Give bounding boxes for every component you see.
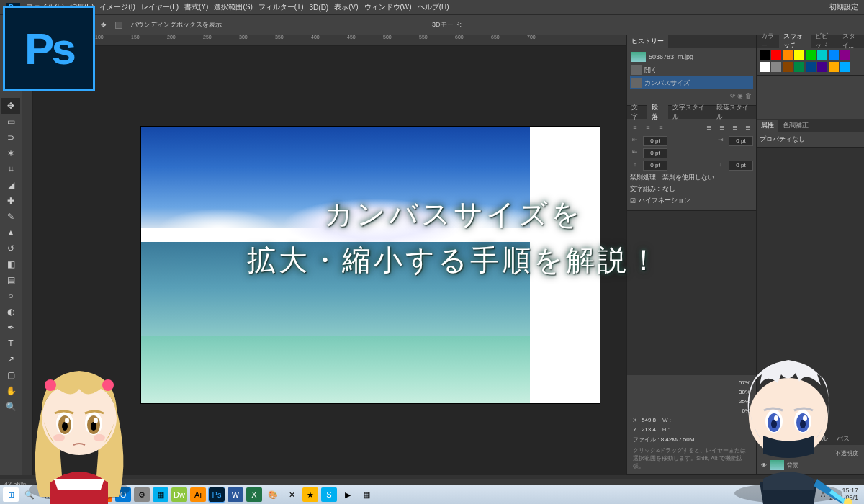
y-value: 213.4 — [642, 426, 656, 433]
excel-icon[interactable]: X — [246, 487, 262, 502]
heal-tool[interactable]: ✚ — [1, 193, 20, 209]
svg-point-11 — [94, 434, 105, 441]
ruler-tick: 400 — [310, 35, 320, 46]
menu-window[interactable]: ウィンドウ(W) — [364, 2, 412, 12]
tab-paragraph[interactable]: 段落 — [647, 102, 667, 123]
word-icon[interactable]: W — [228, 487, 243, 502]
tab-para-style[interactable]: 段落スタイル — [712, 102, 756, 123]
indent-right-input[interactable]: 0 pt — [729, 136, 753, 146]
svg-point-24 — [803, 415, 807, 421]
history-item[interactable]: 5036783_m.jpg — [630, 50, 753, 63]
indent-left-input[interactable]: 0 pt — [643, 136, 667, 146]
gradient-tool[interactable]: ▤ — [1, 272, 20, 288]
swatch[interactable] — [771, 50, 781, 60]
tab-properties[interactable]: 属性 — [757, 120, 778, 132]
photoshop-taskbar-icon[interactable]: Ps — [209, 487, 225, 502]
tab-character[interactable]: 文字 — [627, 102, 647, 123]
swatch[interactable] — [840, 62, 850, 72]
space-before-input[interactable]: 0 pt — [643, 161, 667, 171]
app-icon[interactable]: ▦ — [153, 487, 168, 502]
menu-help[interactable]: ヘルプ(H) — [418, 2, 449, 12]
swatch[interactable] — [783, 50, 793, 60]
history-label: 5036783_m.jpg — [649, 53, 693, 60]
x-value: 549.8 — [642, 417, 656, 423]
blur-tool[interactable]: ○ — [1, 288, 20, 304]
history-label: 開く — [644, 66, 657, 75]
swatch[interactable] — [794, 62, 804, 72]
swatch[interactable] — [783, 62, 793, 72]
document-canvas[interactable] — [141, 127, 600, 403]
gimp-icon[interactable]: 🎨 — [265, 487, 281, 502]
app-icon[interactable]: ▦ — [359, 487, 374, 502]
options-bar: ✥ バウンディングボックスを表示 3Dモード: — [0, 14, 864, 35]
space-after-input[interactable]: 0 pt — [729, 161, 753, 171]
tab-swatch[interactable]: スウォッチ — [779, 30, 811, 52]
menu-filter[interactable]: フィルター(T) — [258, 2, 304, 12]
marquee-tool[interactable]: ▭ — [1, 114, 20, 130]
swatch[interactable] — [840, 50, 850, 60]
workspace-label[interactable]: 初期設定 — [829, 2, 858, 12]
mojikumi-select[interactable]: なし — [662, 184, 675, 194]
menu-select[interactable]: 選択範囲(S) — [214, 2, 252, 12]
stamp-tool[interactable]: ▲ — [1, 225, 20, 240]
app-icon[interactable]: ✕ — [284, 487, 300, 502]
menu-3d[interactable]: 3D(D) — [310, 4, 329, 12]
swatch[interactable] — [806, 62, 816, 72]
skype-icon[interactable]: S — [321, 487, 337, 502]
swatch[interactable] — [817, 50, 827, 60]
auto-select-checkbox[interactable] — [115, 22, 122, 29]
app-icon[interactable]: ▶ — [340, 487, 356, 502]
move-tool[interactable]: ✥ — [1, 98, 20, 114]
svg-point-15 — [844, 498, 852, 504]
hyphen-checkbox[interactable]: ☑ — [630, 197, 636, 204]
wand-tool[interactable]: ✶ — [1, 145, 20, 161]
ruler-tick: 350 — [274, 35, 284, 46]
kinsoku-select[interactable]: 禁則を使用しない — [662, 173, 714, 182]
ruler-tick: 450 — [346, 35, 356, 46]
tab-style[interactable]: スタイ... — [838, 30, 864, 52]
swatch[interactable] — [760, 62, 770, 72]
menu-image[interactable]: イメージ(I) — [99, 2, 135, 12]
swatch[interactable] — [794, 50, 804, 60]
ruler-tick: 150 — [130, 35, 140, 46]
menu-layer[interactable]: レイヤー(L) — [141, 2, 179, 12]
ruler-tick: 100 — [94, 35, 104, 46]
lasso-tool[interactable]: ⊃ — [1, 130, 20, 145]
align-buttons[interactable]: ≡≡≡ ≣≣≣≣ — [630, 124, 753, 134]
tab-adjustments[interactable]: 色調補正 — [778, 120, 813, 132]
tab-color[interactable]: カラー — [757, 30, 779, 52]
menu-bar: Ps ファイル(F) 編集(E) イメージ(I) レイヤー(L) 書式(Y) 選… — [0, 0, 864, 14]
brush-tool[interactable]: ✎ — [1, 209, 20, 225]
swatch[interactable] — [760, 50, 770, 60]
eyedropper-tool[interactable]: ◢ — [1, 177, 20, 193]
history-item[interactable]: 開く — [630, 63, 753, 76]
pen-tool[interactable]: ✒ — [1, 320, 20, 336]
swatch[interactable] — [817, 62, 827, 72]
ruler-tick: 500 — [382, 35, 392, 46]
swatches-grid — [757, 48, 864, 75]
dodge-tool[interactable]: ◐ — [1, 304, 20, 320]
svg-point-10 — [53, 434, 65, 441]
first-line-input[interactable]: 0 pt — [643, 148, 667, 158]
properties-panel: 属性 色調補正 プロパティなし — [757, 119, 864, 148]
menu-type[interactable]: 書式(Y) — [184, 2, 208, 12]
swatch[interactable] — [806, 50, 816, 60]
illustrator-icon[interactable]: Ai — [190, 487, 206, 502]
ruler-tick: 650 — [490, 35, 500, 46]
crop-tool[interactable]: ⌗ — [1, 161, 20, 177]
move-tool-icon: ✥ — [101, 22, 107, 29]
menu-view[interactable]: 表示(V) — [334, 2, 358, 12]
eraser-tool[interactable]: ◧ — [1, 256, 20, 272]
tab-history[interactable]: ヒストリー — [627, 35, 668, 48]
swatch[interactable] — [771, 62, 781, 72]
indent-right-icon: ⇥ — [716, 136, 726, 146]
space-after-icon: ↓ — [716, 161, 726, 171]
swatch[interactable] — [829, 62, 839, 72]
swatch[interactable] — [829, 50, 839, 60]
dreamweaver-icon[interactable]: Dw — [171, 487, 187, 502]
app-icon[interactable]: ★ — [302, 487, 318, 502]
history-item[interactable]: カンバスサイズ — [630, 76, 753, 89]
tab-vivid[interactable]: ビビッド — [811, 30, 838, 52]
history-brush-tool[interactable]: ↺ — [1, 240, 20, 256]
tab-char-style[interactable]: 文字スタイル — [668, 102, 712, 123]
